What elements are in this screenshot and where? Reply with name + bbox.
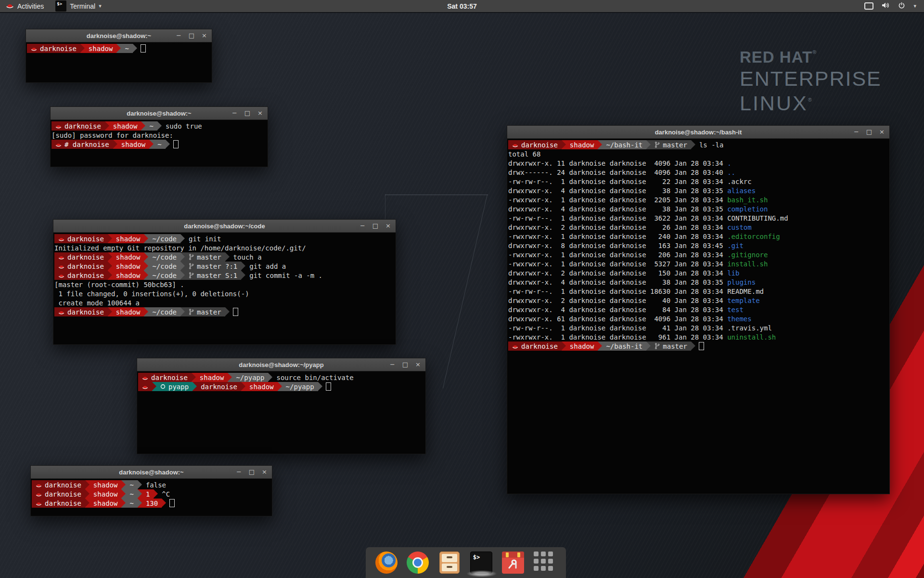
maximize-button[interactable]: □: [249, 466, 255, 478]
segment-label: 130: [146, 499, 158, 507]
minimize-button[interactable]: −: [176, 29, 181, 42]
window-titlebar[interactable]: darknoise@shadow:~ −□×: [51, 107, 268, 120]
close-button[interactable]: ×: [262, 466, 267, 478]
power-icon[interactable]: [898, 2, 905, 11]
terminal-window-sudo: darknoise@shadow:~ −□× darknoiseshadow~s…: [50, 106, 268, 167]
segment-label: darknoise: [64, 122, 101, 130]
file-name: .git: [727, 242, 744, 250]
terminal-line: drwxrwxr-x. 4 darknoise darknoise 38 Jan…: [508, 204, 888, 213]
segment-label: master: [663, 141, 687, 149]
chevron-down-icon[interactable]: ▾: [913, 3, 916, 9]
redhat-icon: [58, 310, 64, 315]
segment-label: 1: [146, 490, 150, 498]
files-icon[interactable]: [439, 552, 460, 574]
terminal-app-icon: $>: [55, 0, 66, 12]
window-titlebar[interactable]: darknoise@shadow:~ −□×: [31, 466, 272, 479]
powerline-separator: [85, 480, 90, 489]
terminal-line: darknoiseshadow~/codemastertouch a: [54, 252, 395, 262]
window-titlebar[interactable]: darknoise@shadow:~/pyapp −□×: [137, 358, 425, 371]
powerline-separator: [108, 271, 112, 280]
prompt-user-segment: darknoise: [54, 307, 108, 316]
close-button[interactable]: ×: [415, 358, 421, 371]
redhat-icon: [58, 264, 64, 269]
terminal-line: Initialized empty Git repository in /hom…: [54, 243, 395, 252]
output-text: [master (root-commit) 50bcb63] .: [54, 281, 184, 289]
maximize-button[interactable]: □: [244, 107, 250, 119]
close-button[interactable]: ×: [385, 220, 391, 232]
terminal-line: -rw-rw-r--. 1 darknoise darknoise 3622 J…: [508, 213, 888, 223]
close-button[interactable]: ×: [257, 107, 263, 119]
system-status-area[interactable]: ▾: [864, 0, 924, 13]
prompt-path-segment: ~/code: [148, 307, 180, 316]
ls-columns: -rwxrwxr-x. 1 darknoise darknoise 240 Ja…: [508, 233, 727, 240]
app-grid-icon[interactable]: [533, 551, 556, 574]
ls-columns: -rw-rw-r--. 1 darknoise darknoise 3622 J…: [508, 214, 727, 222]
maximize-button[interactable]: □: [402, 358, 408, 371]
redhat-icon: [36, 501, 42, 506]
powerline-separator: [241, 262, 245, 271]
minimize-button[interactable]: −: [390, 358, 395, 371]
close-button[interactable]: ×: [202, 29, 207, 42]
terminal-content[interactable]: darknoiseshadow~/pyappsource bin/activat…: [137, 371, 425, 454]
prompt-host-segment: shadow: [90, 499, 122, 508]
terminal-content[interactable]: darknoiseshadow~: [26, 42, 212, 82]
terminal-icon[interactable]: $>: [470, 552, 492, 574]
command-text: git init: [189, 235, 221, 243]
close-button[interactable]: ×: [879, 126, 885, 138]
segment-label: ~/code: [152, 253, 177, 261]
toolbox-icon[interactable]: [502, 552, 524, 574]
maximize-button[interactable]: □: [189, 29, 194, 42]
activities-button[interactable]: Activities: [0, 0, 50, 13]
prompt-user-segment: darknoise: [508, 342, 562, 351]
terminal-line: drwxrwxr-x. 4 darknoise darknoise 38 Jan…: [508, 277, 888, 287]
segment-label: ~/bash-it: [606, 342, 642, 350]
maximize-button[interactable]: □: [372, 220, 378, 232]
ls-columns: -rw-rw-r--. 1 darknoise darknoise 22 Jan…: [508, 178, 727, 185]
prompt-user-segment: darknoise: [54, 234, 108, 243]
prompt-host-segment: shadow: [109, 121, 141, 131]
minimize-button[interactable]: −: [236, 466, 242, 478]
file-name: test: [727, 306, 744, 314]
clock[interactable]: Sat 03:57: [447, 2, 476, 10]
segment-label: shadow: [93, 499, 118, 507]
redhat-icon: [142, 375, 148, 380]
powerline-separator: [138, 489, 142, 499]
toolbox-clasp: [517, 552, 520, 557]
file-name: plugins: [727, 278, 756, 286]
chrome-icon[interactable]: [407, 552, 429, 574]
terminal-content[interactable]: darknoiseshadow~falsedarknoiseshadow~1^C…: [31, 479, 272, 516]
prompt-path-segment: ~/bash-it: [602, 140, 646, 149]
prompt-host-segment: shadow: [112, 252, 144, 262]
minimize-button[interactable]: −: [854, 126, 859, 138]
minimize-button[interactable]: −: [232, 107, 237, 119]
prompt-path-segment: ~: [126, 499, 137, 508]
terminal-content[interactable]: darknoiseshadow~sudo true[sudo] password…: [51, 120, 268, 167]
terminal-line: -rwxrwxr-x. 1 darknoise darknoise 5327 J…: [508, 259, 888, 268]
window-title: darknoise@shadow:~/bash-it: [507, 129, 889, 136]
file-name: ..: [727, 169, 735, 176]
prompt-host-segment: shadow: [112, 262, 144, 271]
powerline-separator: [144, 307, 148, 316]
window-titlebar[interactable]: darknoise@shadow:~/code −□×: [53, 220, 396, 233]
maximize-button[interactable]: □: [866, 126, 872, 138]
file-name: .travis.yml: [727, 324, 772, 332]
redhat-icon: [6, 2, 14, 10]
git-branch-icon: [654, 142, 660, 148]
terminal-content[interactable]: darknoiseshadow~/codegit initInitialized…: [53, 233, 396, 344]
terminal-content[interactable]: darknoiseshadow~/bash-itmasterls -latota…: [507, 139, 889, 494]
minimize-button[interactable]: −: [360, 220, 365, 232]
window-titlebar[interactable]: darknoise@shadow:~ −□×: [26, 29, 212, 42]
prompt-path-segment: ~: [145, 121, 157, 131]
powerline-separator: [108, 307, 112, 316]
segment-label: shadow: [116, 263, 141, 270]
firefox-icon[interactable]: [375, 552, 398, 574]
powerline-separator: [166, 140, 170, 149]
window-titlebar[interactable]: darknoise@shadow:~/bash-it −□×: [507, 126, 889, 139]
prompt-host-segment: shadow: [117, 140, 150, 149]
volume-icon[interactable]: [882, 2, 890, 10]
app-menu[interactable]: $> Terminal ▾: [50, 0, 107, 13]
ls-columns: -rw-rw-r--. 1 darknoise darknoise 18630 …: [508, 288, 727, 295]
display-icon[interactable]: [864, 2, 873, 10]
segment-label: ~: [129, 490, 133, 498]
command-text: touch a: [233, 253, 262, 261]
